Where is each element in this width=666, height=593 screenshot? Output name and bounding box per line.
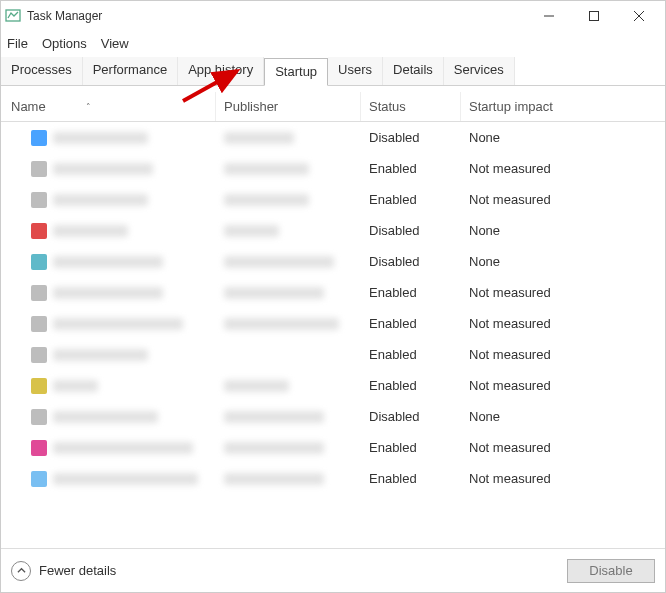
app-icon [31, 440, 47, 456]
impact-value: None [461, 130, 581, 145]
table-row[interactable]: DisabledNone [1, 401, 665, 432]
sort-indicator-icon: ˄ [86, 102, 91, 112]
status-value: Disabled [361, 409, 461, 424]
table-row[interactable]: DisabledNone [1, 215, 665, 246]
tab-users[interactable]: Users [328, 57, 383, 85]
bottom-bar: Fewer details Disable [1, 548, 665, 592]
startup-list: DisabledNoneEnabledNot measuredEnabledNo… [1, 122, 665, 548]
publisher-redacted [224, 442, 324, 454]
status-value: Enabled [361, 161, 461, 176]
status-value: Enabled [361, 192, 461, 207]
table-row[interactable]: EnabledNot measured [1, 308, 665, 339]
status-value: Enabled [361, 378, 461, 393]
impact-value: Not measured [461, 378, 581, 393]
impact-value: Not measured [461, 316, 581, 331]
app-icon [31, 130, 47, 146]
impact-value: None [461, 409, 581, 424]
publisher-redacted [224, 256, 334, 268]
app-name-redacted [53, 225, 128, 237]
app-name-redacted [53, 287, 163, 299]
tab-details[interactable]: Details [383, 57, 444, 85]
publisher-redacted [224, 132, 294, 144]
impact-value: Not measured [461, 347, 581, 362]
fewer-details-label: Fewer details [39, 563, 116, 578]
publisher-redacted [224, 287, 324, 299]
tab-startup[interactable]: Startup [264, 58, 328, 86]
app-icon [31, 192, 47, 208]
tab-app-history[interactable]: App history [178, 57, 264, 85]
table-row[interactable]: EnabledNot measured [1, 370, 665, 401]
table-row[interactable]: EnabledNot measured [1, 153, 665, 184]
app-name-redacted [53, 473, 198, 485]
column-header-impact[interactable]: Startup impact [461, 92, 581, 121]
publisher-redacted [224, 163, 309, 175]
menu-view[interactable]: View [101, 36, 129, 51]
publisher-redacted [224, 473, 324, 485]
titlebar[interactable]: Task Manager [1, 1, 665, 31]
app-icon [31, 254, 47, 270]
table-row[interactable]: EnabledNot measured [1, 184, 665, 215]
publisher-redacted [224, 380, 289, 392]
app-icon [31, 285, 47, 301]
impact-value: Not measured [461, 440, 581, 455]
impact-value: None [461, 254, 581, 269]
app-icon [31, 347, 47, 363]
app-name-redacted [53, 380, 98, 392]
menu-options[interactable]: Options [42, 36, 87, 51]
status-value: Enabled [361, 316, 461, 331]
window-title: Task Manager [27, 9, 526, 23]
disable-button[interactable]: Disable [567, 559, 655, 583]
menubar: File Options View [1, 31, 665, 55]
table-row[interactable]: EnabledNot measured [1, 432, 665, 463]
table-row[interactable]: DisabledNone [1, 122, 665, 153]
column-header-name-label: Name [11, 99, 46, 114]
app-name-redacted [53, 194, 148, 206]
app-icon [31, 471, 47, 487]
app-name-redacted [53, 318, 183, 330]
window-controls [526, 1, 661, 31]
table-row[interactable]: EnabledNot measured [1, 463, 665, 494]
status-value: Enabled [361, 285, 461, 300]
publisher-redacted [224, 318, 339, 330]
status-value: Disabled [361, 254, 461, 269]
status-value: Enabled [361, 471, 461, 486]
minimize-button[interactable] [526, 1, 571, 31]
status-value: Enabled [361, 347, 461, 362]
app-icon [31, 223, 47, 239]
app-icon [31, 161, 47, 177]
app-icon [31, 378, 47, 394]
column-header-name[interactable]: Name ˄ [1, 92, 216, 121]
table-row[interactable]: DisabledNone [1, 246, 665, 277]
status-value: Disabled [361, 223, 461, 238]
app-name-redacted [53, 132, 148, 144]
app-name-redacted [53, 411, 158, 423]
publisher-redacted [224, 225, 279, 237]
publisher-redacted [224, 194, 309, 206]
column-header-status[interactable]: Status [361, 92, 461, 121]
app-name-redacted [53, 442, 193, 454]
app-name-redacted [53, 256, 163, 268]
app-icon [31, 316, 47, 332]
app-icon [31, 409, 47, 425]
tab-services[interactable]: Services [444, 57, 515, 85]
impact-value: Not measured [461, 192, 581, 207]
status-value: Enabled [361, 440, 461, 455]
impact-value: None [461, 223, 581, 238]
impact-value: Not measured [461, 161, 581, 176]
impact-value: Not measured [461, 285, 581, 300]
maximize-button[interactable] [571, 1, 616, 31]
tab-processes[interactable]: Processes [1, 57, 83, 85]
table-row[interactable]: EnabledNot measured [1, 277, 665, 308]
close-button[interactable] [616, 1, 661, 31]
chevron-up-icon [11, 561, 31, 581]
task-manager-icon [5, 8, 21, 24]
impact-value: Not measured [461, 471, 581, 486]
svg-rect-2 [589, 12, 598, 21]
column-headers: Name ˄ Publisher Status Startup impact [1, 92, 665, 122]
fewer-details-button[interactable]: Fewer details [11, 561, 116, 581]
column-header-publisher[interactable]: Publisher [216, 92, 361, 121]
app-name-redacted [53, 163, 153, 175]
table-row[interactable]: EnabledNot measured [1, 339, 665, 370]
tab-performance[interactable]: Performance [83, 57, 178, 85]
menu-file[interactable]: File [7, 36, 28, 51]
